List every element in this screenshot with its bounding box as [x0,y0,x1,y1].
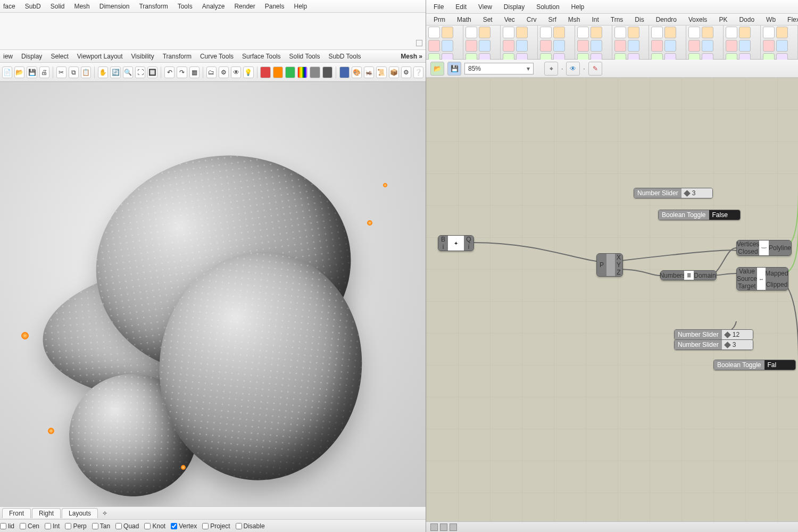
cat-math[interactable]: Math [455,15,473,24]
ribbon-button[interactable] [428,27,440,38]
cat-dendro[interactable]: Dendro [654,15,679,24]
four-view-icon[interactable]: ▦ [189,66,200,78]
red-sphere-icon[interactable] [260,66,270,78]
ribbon-button[interactable] [540,27,552,38]
menu-tools[interactable]: Tools [178,3,193,10]
save-icon[interactable]: 💾 [27,66,37,78]
ribbon-button[interactable] [688,40,700,52]
tab-subd-tools[interactable]: SubD Tools [328,53,361,60]
cat-crv[interactable]: Crv [525,15,539,24]
ribbon-button[interactable] [688,27,700,38]
slider-track[interactable]: 3 [722,340,753,350]
osnap-int[interactable]: Int [45,522,60,530]
zoom-icon[interactable]: 🔍 [123,66,133,78]
grasshopper-icon[interactable]: 🦗 [364,66,374,78]
osnap-checkbox[interactable] [65,523,71,529]
zoom-extents-icon[interactable]: ⛶ [135,66,145,78]
cat-prm[interactable]: Prm [431,15,447,24]
ribbon-button[interactable] [540,40,552,52]
number-slider[interactable]: Number Slider 3 [674,339,753,350]
menu-render[interactable]: Render [234,3,255,10]
ribbon-button[interactable] [763,27,775,38]
blue-sphere-icon[interactable] [339,66,350,78]
osnap-project[interactable]: Project [202,522,230,530]
osnap-lid[interactable]: lid [0,522,14,530]
ribbon-button[interactable] [664,40,676,52]
ribbon-button[interactable] [466,40,477,52]
menu-panels[interactable]: Panels [265,3,285,10]
copy-icon[interactable]: ⧉ [69,66,79,78]
osnap-cen[interactable]: Cen [20,522,39,530]
cut-icon[interactable]: ✂ [56,66,66,78]
toggle-value[interactable]: False [709,210,740,220]
green-sphere-icon[interactable] [285,66,295,78]
gh-menu-display[interactable]: Display [504,3,525,11]
node-bounds[interactable]: Numbers ≣ Domain [660,270,717,280]
osnap-checkbox[interactable] [202,523,209,529]
tab-solid-tools[interactable]: Solid Tools [289,53,320,60]
viewtab-layouts[interactable]: Layouts [62,508,98,518]
gh-menu-file[interactable]: File [434,3,444,11]
ribbon-button[interactable] [702,40,713,52]
ribbon-button[interactable] [503,27,514,38]
print-icon[interactable]: 🖨 [39,66,49,78]
tab-viewport-layout[interactable]: Viewport Layout [77,53,123,60]
pan-icon[interactable]: ✋ [98,66,108,78]
osnap-checkbox[interactable] [171,523,177,529]
gh-menu-solution[interactable]: Solution [536,3,559,11]
ribbon-button[interactable] [442,40,453,52]
ribbon-button[interactable] [739,27,751,38]
script-icon[interactable]: 📜 [376,66,386,78]
render-icon[interactable]: 🎨 [352,66,362,78]
ribbon-button[interactable] [664,27,676,38]
node-polyline[interactable]: VerticesClosed 〰 Polyline [736,240,792,256]
tab-view[interactable]: iew [3,53,13,60]
help-icon[interactable]: ❔ [413,66,423,78]
status-box-icon[interactable] [440,523,447,531]
boolean-toggle[interactable]: Boolean Toggle False [658,210,741,220]
tab-transform[interactable]: Transform [163,53,192,60]
dark-sphere-icon[interactable] [322,66,332,78]
ribbon-button[interactable] [776,27,788,38]
cat-vec[interactable]: Vec [502,15,517,24]
orange-sphere-icon[interactable] [273,66,283,78]
cat-msh[interactable]: Msh [566,15,583,24]
tab-surface-tools[interactable]: Surface Tools [242,53,281,60]
cat-dis[interactable]: Dis [633,15,646,24]
hide-icon[interactable]: 👁 [231,66,241,78]
cat-flex[interactable]: Flex [785,15,798,24]
ribbon-button[interactable] [614,40,626,52]
rotate-icon[interactable]: 🔄 [110,66,120,78]
ribbon-button[interactable] [651,27,663,38]
gh-canvas[interactable]: Bi ✦ Qi P XYZ Numbers ≣ Domain VerticesC… [426,78,798,521]
ribbon-button[interactable] [479,27,491,38]
rainbow-icon[interactable] [297,66,307,78]
osnap-tan[interactable]: Tan [92,522,110,530]
ribbon-button[interactable] [651,40,663,52]
perspective-viewport[interactable] [0,82,426,506]
node-remap[interactable]: ValueSourceTarget ↔ MappedClipped [736,267,788,290]
osnap-checkbox[interactable] [92,523,98,529]
menu-mesh[interactable]: Mesh [74,3,89,10]
zoom-window-icon[interactable]: 🔲 [147,66,157,78]
cat-pk[interactable]: PK [717,15,729,24]
osnap-checkbox[interactable] [45,523,51,529]
preview-icon[interactable]: 👁 [566,62,580,76]
osnap-perp[interactable]: Perp [65,522,86,530]
osnap-checkbox[interactable] [236,523,242,529]
focus-icon[interactable]: ⌖ [544,62,558,76]
osnap-checkbox[interactable] [144,523,151,529]
osnap-disable[interactable]: Disable [236,522,265,530]
ribbon-button[interactable] [428,40,440,52]
ribbon-button[interactable] [702,27,713,38]
menu-dimension[interactable]: Dimension [99,3,130,10]
ribbon-button[interactable] [776,40,788,52]
node-deconstruct-point[interactable]: P XYZ [596,253,623,277]
node-quad[interactable]: Bi ✦ Qi [438,235,474,251]
tab-visibility[interactable]: Visibility [131,53,154,60]
menu-subd[interactable]: SubD [25,3,41,10]
slider-track[interactable]: 12 [722,330,753,339]
viewtab-front[interactable]: Front [2,508,31,518]
status-box-icon[interactable] [430,523,438,531]
undo-icon[interactable]: ↶ [164,66,174,78]
